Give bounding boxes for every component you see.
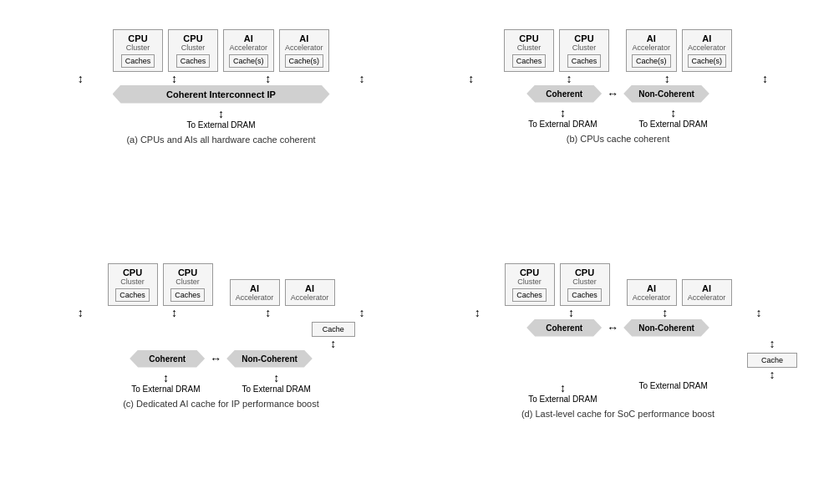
right-group-b: AI Accelerator Cache(s) AI Accelerator C… <box>626 29 732 72</box>
h-arrow-d: ↔ <box>607 321 618 334</box>
ai-title-1: AI <box>229 33 268 43</box>
h-arrow-c: ↔ <box>210 352 221 365</box>
dram-label-br: To External DRAM <box>639 120 708 129</box>
ai-accel-1: AI Accelerator Cache(s) <box>223 29 274 72</box>
cache-below-d: ↕ Cache ↕ <box>747 337 797 381</box>
arrows-c-top: ↕ ↕ ↕ ↕ <box>33 306 409 319</box>
ai-d1: AI Accelerator <box>627 279 677 306</box>
cpu-title-1: CPU <box>119 33 157 43</box>
dram-right-d: To External DRAM <box>639 381 708 404</box>
arr-b1: ↕ <box>468 72 474 85</box>
dram-arrow-a: ↕ <box>218 107 224 120</box>
cpu-cluster-1: CPU Cluster Caches <box>113 29 163 72</box>
banner-row-d: Coherent ↔ Non-Coherent <box>526 319 709 337</box>
ai-b2: AI Accelerator Cache(s) <box>682 29 733 72</box>
components-c: CPU Cluster Caches CPU Cluster Caches AI… <box>108 263 335 306</box>
cpu-d2: CPU Cluster Caches <box>560 263 610 306</box>
right-group-d: AI Accelerator AI Accelerator <box>627 279 732 306</box>
dram-left-b: ↕ To External DRAM <box>528 106 597 129</box>
ai-b1: AI Accelerator Cache(s) <box>626 29 677 72</box>
cache-section-c: Cache ↕ <box>312 319 355 350</box>
dram-right-b: ↕ To External DRAM <box>639 106 708 129</box>
cpu-c1: CPU Cluster Caches <box>108 263 158 306</box>
coherent-banner-b: Coherent <box>526 85 602 103</box>
dram-label-a: To External DRAM <box>186 120 255 130</box>
ai-caches-2: Cache(s) <box>285 54 324 68</box>
cpu-cluster-2: CPU Cluster Caches <box>168 29 218 72</box>
cache-box-c: Cache <box>312 322 355 337</box>
diagram-b: CPU Cluster Caches CPU Cluster Caches AI… <box>424 23 812 248</box>
arrows-d-top: ↕ ↕ ↕ ↕ <box>430 306 806 319</box>
banner-row-b: Coherent ↔ Non-Coherent <box>526 85 709 103</box>
cpu-b2: CPU Cluster Caches <box>559 29 609 72</box>
ai-accel-2: AI Accelerator Cache(s) <box>279 29 330 72</box>
ai-c1: AI Accelerator <box>230 279 280 306</box>
dram-row-d: ↕ To External DRAM To External DRAM <box>528 381 708 404</box>
arr-b4: ↕ <box>762 72 768 85</box>
vert-arrows-a: ↕ ↕ ↕ ↕ <box>33 72 409 85</box>
arr-b3: ↕ <box>664 72 670 85</box>
cache-section-d: ↕ Cache ↕ <box>430 337 806 381</box>
cache-box-d: Cache <box>747 353 797 368</box>
cpu-title-2: CPU <box>174 33 212 43</box>
ai-caches-1: Cache(s) <box>229 54 268 68</box>
dram-left-c: ↕ To External DRAM <box>131 371 200 394</box>
caption-c: (c) Dedicated AI cache for IP performanc… <box>123 399 319 409</box>
coherent-banner-d: Coherent <box>526 319 602 337</box>
arrows-b: ↕ ↕ ↕ ↕ <box>430 72 806 85</box>
mid-section-c: Cache ↕ <box>33 319 409 350</box>
arr-b2: ↕ <box>566 72 572 85</box>
ai-c2: AI Accelerator <box>285 279 335 306</box>
main-container: CPU Cluster Caches CPU Cluster Caches AI… <box>18 14 821 491</box>
spacer-c <box>87 331 187 338</box>
diagram-d: CPU Cluster Caches CPU Cluster Caches AI… <box>424 257 812 482</box>
h-arrow-b: ↔ <box>607 87 618 100</box>
cpu-b1: CPU Cluster Caches <box>504 29 554 72</box>
dram-arrow-bl: ↕ <box>560 106 566 120</box>
left-group-c: CPU Cluster Caches CPU Cluster Caches <box>108 263 213 306</box>
cpu-d1: CPU Cluster Caches <box>505 263 555 306</box>
cpu-c2: CPU Cluster Caches <box>163 263 213 306</box>
non-coherent-banner-c: Non-Coherent <box>226 350 313 368</box>
components-row-a: CPU Cluster Caches CPU Cluster Caches AI… <box>113 29 329 72</box>
banner-row-c: Coherent ↔ Non-Coherent <box>130 350 313 368</box>
right-group-c: AI Accelerator AI Accelerator <box>230 279 335 306</box>
arrow-a3: ↕ <box>265 72 271 85</box>
arrow-a4: ↕ <box>358 72 364 85</box>
dram-arrow-br: ↕ <box>670 106 676 120</box>
caches-2: Caches <box>176 54 211 68</box>
ai-d2: AI Accelerator <box>682 279 732 306</box>
arrow-a2: ↕ <box>171 72 177 85</box>
caption-d: (d) Last-level cache for SoC performance… <box>521 409 714 419</box>
components-d: CPU Cluster Caches CPU Cluster Caches AI… <box>505 263 732 306</box>
dram-left-d: ↕ To External DRAM <box>528 381 597 404</box>
dram-row-b: ↕ To External DRAM ↕ To External DRAM <box>528 106 708 129</box>
ai-subtitle-2: Accelerator <box>285 43 324 52</box>
left-group-b: CPU Cluster Caches CPU Cluster Caches <box>504 29 609 72</box>
ai-title-2: AI <box>285 33 324 43</box>
caption-a: (a) CPUs and AIs all hardware cache cohe… <box>126 135 315 145</box>
cpu-subtitle-2: Cluster <box>174 43 212 52</box>
non-coherent-banner-b: Non-Coherent <box>623 85 709 103</box>
non-coherent-banner-d: Non-Coherent <box>623 319 709 337</box>
left-group-d: CPU Cluster Caches CPU Cluster Caches <box>505 263 610 306</box>
components-b: CPU Cluster Caches CPU Cluster Caches AI… <box>504 29 732 72</box>
ai-subtitle-1: Accelerator <box>229 43 268 52</box>
arrow-a1: ↕ <box>78 72 84 85</box>
dram-row-c: ↕ To External DRAM ↕ To External DRAM <box>131 371 311 394</box>
dram-right-c: ↕ To External DRAM <box>242 371 311 394</box>
diagram-a: CPU Cluster Caches CPU Cluster Caches AI… <box>27 23 415 248</box>
diagram-c: CPU Cluster Caches CPU Cluster Caches AI… <box>27 257 415 482</box>
coherent-banner-c: Coherent <box>130 350 205 368</box>
caption-b: (b) CPUs cache coherent <box>567 134 670 144</box>
coherent-interconnect-banner: Coherent Interconnect IP <box>113 85 330 104</box>
caches-1: Caches <box>121 54 155 68</box>
dram-label-bl: To External DRAM <box>528 120 597 129</box>
dram-section-a: ↕ To External DRAM <box>186 107 255 130</box>
cpu-subtitle-1: Cluster <box>119 43 157 52</box>
